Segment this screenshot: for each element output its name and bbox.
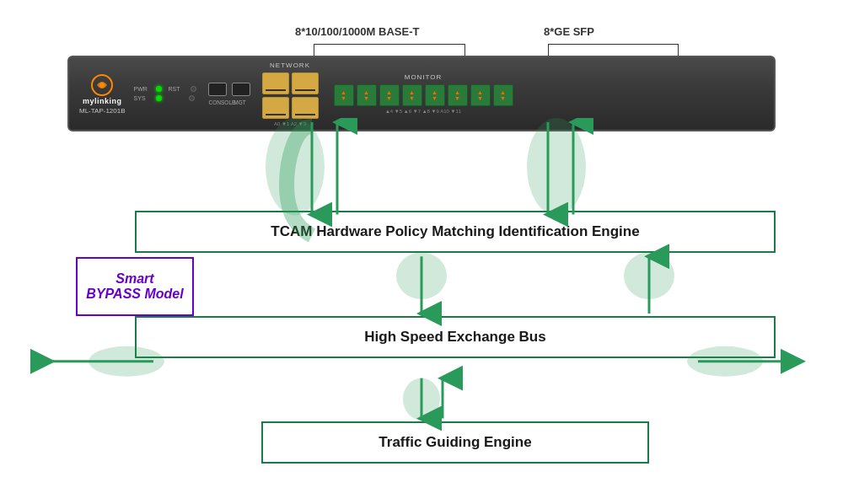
sfp-port-7: ▲ ▼ [493, 84, 513, 106]
copper-port-3 [292, 97, 319, 119]
sfp-section: MONITOR ▲ ▼ ▲ ▼ ▲ ▼ ▲ ▼ [334, 73, 513, 114]
model-text: ML-TAP-1201B [79, 107, 126, 115]
small-port-labels: CONSOLE MGT [209, 99, 250, 105]
logo-text: mylinking [83, 97, 122, 105]
sfp-port-1: ▲ ▼ [357, 84, 377, 106]
rst-label: RST [169, 86, 187, 92]
svg-point-4 [266, 118, 325, 215]
led-area: PWR RST SYS [134, 86, 196, 101]
bypass-box: Smart BYPASS Model [76, 257, 194, 316]
port-label-left: 8*10/100/1000M BASE-T [295, 25, 419, 38]
console-port [208, 83, 227, 96]
pwr-led [156, 86, 162, 92]
copper-port-2 [262, 97, 289, 119]
sys-label: SYS [134, 95, 153, 101]
bypass-text-line1: Smart [115, 271, 153, 287]
monitor-label: MONITOR [405, 73, 443, 81]
tge-box: Traffic Guiding Engine [261, 421, 649, 464]
mgt-port [232, 83, 250, 96]
svg-point-8 [396, 252, 447, 299]
port-label-right: 8*GE SFP [544, 25, 594, 38]
svg-point-1 [99, 83, 105, 88]
sys-led [156, 95, 162, 101]
sfp-ports: ▲ ▼ ▲ ▼ ▲ ▼ ▲ ▼ ▲ ▼ [334, 84, 513, 106]
bypass-text-line2: BYPASS Model [86, 287, 183, 302]
copper-ports [262, 72, 319, 119]
tge-text: Traffic Guiding Engine [379, 434, 531, 451]
svg-point-16 [403, 378, 440, 421]
sys-led-row: SYS [134, 95, 196, 101]
rst-led [191, 86, 196, 92]
logo-icon [90, 73, 114, 97]
mon-port-numbers: ▲4 ▼5 ▲6 ▼7 ▲8 ▼9 A10 ▼11 [385, 109, 461, 114]
tcam-text: TCAM Hardware Policy Matching Identifica… [271, 223, 639, 240]
sfp-port-2: ▲ ▼ [379, 84, 400, 106]
console-label: CONSOLE [209, 99, 228, 105]
hseb-box: High Speed Exchange Bus [135, 316, 776, 358]
svg-point-5 [527, 118, 586, 215]
sys-led2 [189, 95, 195, 101]
sfp-port-5: ▲ ▼ [448, 84, 468, 106]
copper-port-0 [262, 72, 289, 94]
hseb-text: High Speed Exchange Bus [364, 329, 545, 346]
sfp-port-3: ▲ ▼ [402, 84, 422, 106]
network-label: NETWORK [270, 62, 310, 69]
tcam-box: TCAM Hardware Policy Matching Identifica… [135, 211, 776, 253]
bracket-right [548, 44, 679, 56]
bracket-left [314, 44, 465, 56]
sfp-port-0: ▲ ▼ [334, 84, 354, 106]
pwr-label: PWR [134, 86, 153, 92]
sfp-port-6: ▲ ▼ [470, 84, 491, 106]
svg-point-10 [624, 252, 674, 299]
pwr-led-row: PWR RST [134, 86, 196, 92]
logo-area: mylinking ML-TAP-1201B [79, 73, 126, 115]
network-section: NETWORK A0 ▼1 A2 ▼3 [262, 62, 319, 126]
copper-port-1 [292, 72, 319, 94]
diagram-area: Smart BYPASS Model TCAM Hardware Policy … [0, 118, 843, 504]
mgt-label: MGT [231, 99, 250, 105]
sfp-port-4: ▲ ▼ [425, 84, 445, 106]
console-mgt-pair [208, 83, 250, 96]
small-ports: CONSOLE MGT [208, 83, 250, 105]
